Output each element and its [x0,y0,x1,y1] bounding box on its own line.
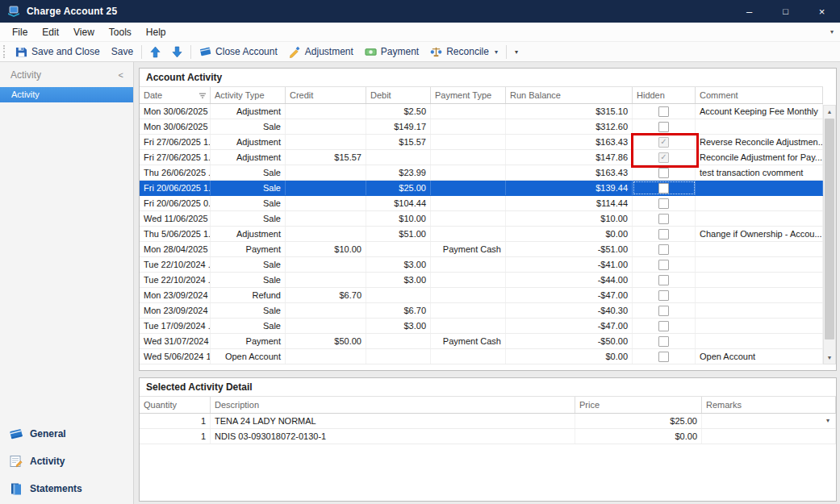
grid-cell[interactable] [286,257,366,272]
grid-cell[interactable] [366,288,431,302]
column-header-date[interactable]: Date [140,87,211,103]
save-and-close-button[interactable]: Save and Close [10,44,106,60]
grid-cell[interactable]: -$47.00 [506,288,633,302]
column-header-comment[interactable]: Comment [696,87,823,103]
menu-file[interactable]: File [5,24,35,40]
grid-cell[interactable]: $10.00 [506,211,633,226]
grid-cell[interactable] [286,196,366,210]
table-row[interactable]: Fri 27/06/2025 1...Adjustment$15.57$147.… [140,150,823,165]
column-header-debit[interactable]: Debit [366,87,431,103]
move-down-button[interactable] [166,44,188,60]
grid-cell[interactable]: $0.00 [575,429,702,444]
column-header-quantity[interactable]: Quantity [140,397,211,413]
hidden-checkbox-cell[interactable] [633,303,696,318]
grid-cell[interactable]: Sale [211,119,286,134]
grid-cell[interactable] [696,288,823,302]
grid-cell[interactable] [696,119,823,134]
column-header-payment-type[interactable]: Payment Type [431,87,506,103]
hidden-checkbox-cell[interactable] [633,211,696,226]
hidden-checkbox[interactable] [658,336,669,347]
grid-cell[interactable]: Tue 17/09/2024 ... [140,319,211,333]
toolbar-overflow-icon[interactable]: ▾ [509,45,524,59]
grid-cell[interactable] [431,227,506,241]
table-row[interactable]: Tue 22/10/2024 ...Sale$3.00-$44.00 [140,273,823,288]
hidden-checkbox[interactable] [658,306,669,316]
menu-tools[interactable]: Tools [102,24,139,40]
column-header-hidden[interactable]: Hidden [633,87,696,103]
grid-cell[interactable]: Sale [211,319,286,333]
grid-cell[interactable] [286,119,366,134]
grid-cell[interactable]: $163.43 [506,165,633,180]
grid-cell[interactable]: Reverse Reconcile Adjustmen... [696,135,823,149]
menu-view[interactable]: View [66,24,102,40]
vertical-scrollbar[interactable]: ▲ ▼ [823,105,836,364]
grid-cell[interactable] [366,242,431,256]
grid-cell[interactable] [431,319,506,333]
move-up-button[interactable] [144,44,166,60]
grid-cell[interactable]: Mon 23/09/2024 ... [140,303,211,318]
scrollbar-thumb[interactable] [825,119,834,339]
hidden-checkbox[interactable] [658,106,669,117]
grid-cell[interactable] [696,181,823,195]
hidden-checkbox[interactable] [658,229,669,240]
table-row[interactable]: Tue 17/09/2024 ...Sale$3.00-$47.00 [140,319,823,334]
scroll-down-icon[interactable]: ▼ [824,352,835,364]
grid-cell[interactable]: $51.00 [366,227,431,241]
grid-cell[interactable]: Account Keeping Fee Monthly [696,104,823,119]
grid-cell[interactable] [286,303,366,318]
grid-cell[interactable]: $15.57 [286,150,366,165]
filter-icon[interactable] [199,93,206,98]
grid-cell[interactable]: $163.43 [506,135,633,149]
table-row[interactable]: Mon 28/04/2025 ...Payment$10.00Payment C… [140,242,823,257]
payment-button[interactable]: Payment [359,44,424,60]
table-row[interactable]: Mon 23/09/2024 ...Refund$6.70-$47.00 [140,288,823,303]
grid-cell[interactable] [286,227,366,241]
grid-cell[interactable] [286,104,366,119]
grid-cell[interactable] [366,334,431,348]
hidden-checkbox-cell[interactable] [633,257,696,272]
grid-cell[interactable] [696,257,823,272]
grid-cell[interactable]: Adjustment [211,150,286,165]
sidebar-item-activity-nav[interactable]: Activity [9,452,133,470]
hidden-checkbox-cell[interactable] [633,227,696,241]
grid-cell[interactable] [696,334,823,348]
table-row[interactable]: Mon 30/06/2025 ...Adjustment$2.50$315.10… [140,104,823,119]
hidden-checkbox-cell[interactable] [633,165,696,180]
grid-cell[interactable]: Mon 30/06/2025 ... [140,104,211,119]
grid-cell[interactable] [431,150,506,165]
grid-cell[interactable]: $3.00 [366,319,431,333]
grid-cell[interactable]: Fri 20/06/2025 0... [140,196,211,210]
save-button[interactable]: Save [106,44,139,60]
grid-cell[interactable] [431,119,506,134]
grid-cell[interactable]: ▾ [702,414,836,428]
grid-cell[interactable]: $25.00 [366,181,431,195]
grid-cell[interactable]: $0.00 [506,227,633,241]
grid-cell[interactable]: $50.00 [286,334,366,348]
grid-cell[interactable] [696,319,823,333]
toolbar-grip[interactable] [3,45,6,58]
sidebar-item-activity[interactable]: Activity [0,87,133,102]
grid-cell[interactable]: $147.86 [506,150,633,165]
table-row[interactable]: 1NDIS 03-093018072-0130-1$0.00 [140,429,836,444]
hidden-checkbox-cell[interactable] [633,119,696,134]
column-header-activity-type[interactable]: Activity Type [211,87,286,103]
scroll-up-icon[interactable]: ▲ [824,106,835,118]
grid-cell[interactable]: Fri 27/06/2025 1... [140,150,211,165]
grid-cell[interactable]: Sale [211,303,286,318]
grid-cell[interactable] [431,181,506,195]
sidebar-item-statements[interactable]: Statements [9,480,133,498]
grid-cell[interactable]: Thu 26/06/2025 ... [140,165,211,180]
grid-cell[interactable]: $114.44 [506,196,633,210]
table-row[interactable]: Wed 11/06/2025 ...Sale$10.00$10.00 [140,211,823,227]
column-header-description[interactable]: Description [211,397,575,413]
grid-cell[interactable]: $149.17 [366,119,431,134]
grid-cell[interactable] [696,273,823,287]
grid-cell[interactable]: -$50.00 [506,334,633,348]
grid-cell[interactable]: test transaction cvomment [696,165,823,180]
grid-cell[interactable]: $10.00 [286,242,366,256]
table-row[interactable]: Mon 23/09/2024 ...Sale$6.70-$40.30 [140,303,823,319]
table-row[interactable]: Wed 5/06/2024 1...Open Account$0.00Open … [140,349,823,364]
hidden-checkbox[interactable] [658,137,669,148]
grid-cell[interactable]: Payment [211,242,286,256]
grid-cell[interactable]: Reconcile Adjustment for Pay... [696,150,823,165]
